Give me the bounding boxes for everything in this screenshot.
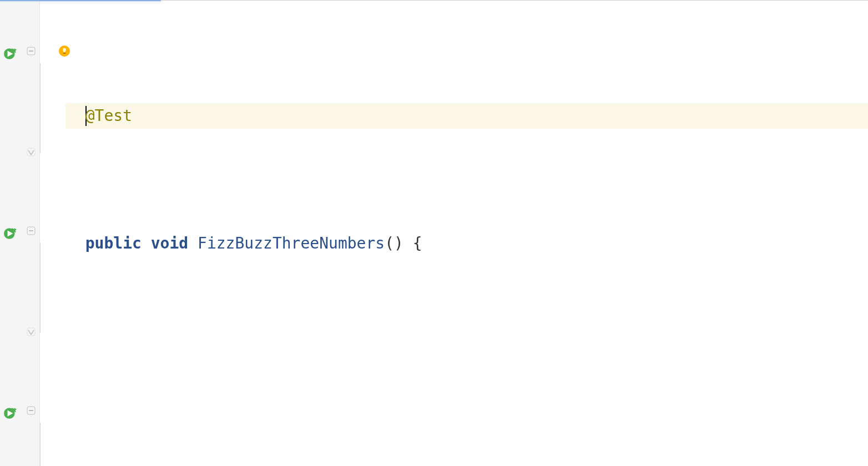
svg-rect-10 [29, 410, 33, 411]
indent-guide [40, 63, 41, 153]
icon-gutter [0, 1, 23, 466]
keyword-public: public [85, 231, 142, 256]
svg-rect-7 [29, 230, 33, 231]
line-gutter [40, 1, 65, 466]
method-name: FizzBuzzThreeNumbers [198, 231, 385, 256]
indent-guide [40, 423, 41, 466]
keyword-void: void [151, 231, 188, 256]
top-separator [0, 0, 868, 1]
code-area[interactable]: @Test public void FizzBuzzThreeNumbers()… [65, 1, 868, 466]
code-line[interactable]: @Test [65, 103, 868, 129]
fold-toggle-open-icon[interactable] [26, 45, 37, 57]
code-line[interactable]: public void FizzBuzzThreeNumbers() { [65, 231, 868, 256]
brace-open: { [403, 231, 422, 256]
fold-toggle-open-icon[interactable] [26, 405, 37, 416]
svg-rect-12 [63, 53, 65, 54]
intention-bulb-icon[interactable] [58, 40, 71, 65]
run-test-icon[interactable] [3, 43, 18, 58]
annotation: @Test [85, 103, 132, 129]
run-test-icon[interactable] [3, 403, 18, 417]
svg-rect-4 [29, 50, 33, 52]
editor-root: @Test public void FizzBuzzThreeNumbers()… [0, 1, 868, 466]
fold-toggle-open-icon[interactable] [26, 225, 37, 236]
fold-toggle-close-icon[interactable] [26, 146, 37, 158]
parens: () [385, 231, 403, 256]
code-line[interactable] [65, 358, 868, 384]
indent [67, 231, 85, 256]
fold-gutter [23, 1, 40, 466]
fold-toggle-close-icon[interactable] [26, 326, 37, 337]
indent-guide [40, 243, 41, 333]
run-test-icon[interactable] [3, 223, 18, 237]
indent [67, 103, 85, 129]
